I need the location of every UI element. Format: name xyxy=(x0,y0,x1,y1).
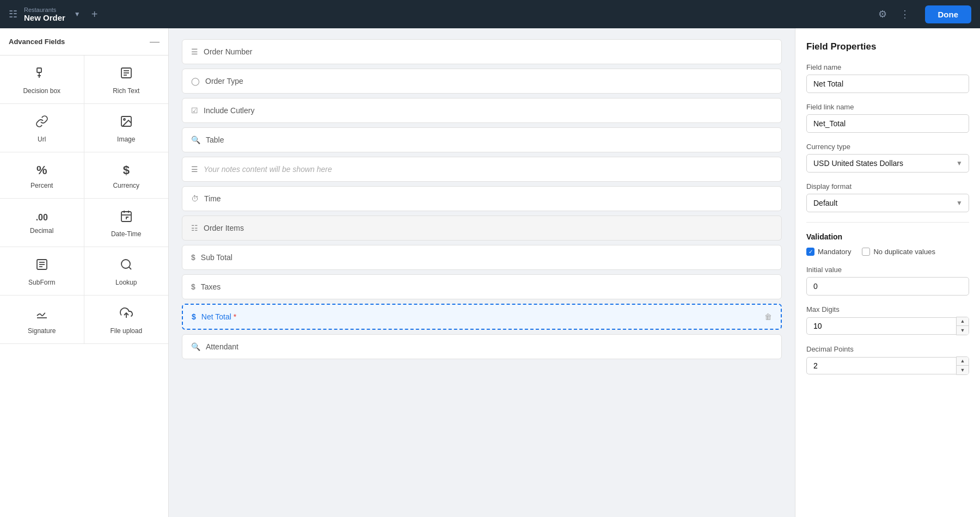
field-taxes[interactable]: $ Taxes xyxy=(182,274,782,299)
no-duplicate-label: No duplicate values xyxy=(873,248,935,256)
no-duplicate-checkbox[interactable] xyxy=(862,248,870,256)
notes-icon: ☰ xyxy=(191,165,198,174)
max-digits-label: Max Digits xyxy=(806,305,969,313)
sidebar-collapse-icon[interactable]: — xyxy=(150,36,160,47)
sidebar-item-datetime[interactable]: Date-Time xyxy=(84,199,169,247)
panel-divider xyxy=(806,222,969,223)
attendant-label: Attendant xyxy=(206,342,773,351)
sidebar-item-rich-text[interactable]: Rich Text xyxy=(84,56,169,104)
field-include-cutlery[interactable]: ☑ Include Cutlery xyxy=(182,98,782,123)
decimal-points-spinner: ▲ ▼ xyxy=(806,356,969,375)
table-search-icon: 🔍 xyxy=(191,136,200,144)
sidebar-header-title: Advanced Fields xyxy=(9,38,65,46)
field-time[interactable]: ⏱ Time xyxy=(182,186,782,211)
subform-icon xyxy=(35,258,48,274)
net-total-icon: $ xyxy=(192,312,196,321)
section-order-items[interactable]: ☷ Order Items xyxy=(182,216,782,241)
validation-checks: Mandatory No duplicate values xyxy=(806,248,969,256)
field-notes[interactable]: ☰ Your notes content will be shown here xyxy=(182,157,782,182)
decimal-label: Decimal xyxy=(30,227,53,235)
field-attendant[interactable]: 🔍 Attendant xyxy=(182,334,782,359)
rich-text-label: Rich Text xyxy=(113,87,139,95)
mandatory-checkbox[interactable] xyxy=(806,248,814,256)
mandatory-label: Mandatory xyxy=(818,248,851,256)
field-link-name-group: Field link name xyxy=(806,103,969,133)
datetime-label: Date-Time xyxy=(111,230,142,238)
svg-rect-9 xyxy=(121,212,131,221)
more-options-icon[interactable]: ⋮ xyxy=(900,8,910,20)
table-label: Table xyxy=(206,136,773,144)
currency-type-group: Currency type USD United States Dollars … xyxy=(806,143,969,173)
sidebar-header: Advanced Fields — xyxy=(0,28,168,56)
sidebar-item-lookup[interactable]: Lookup xyxy=(84,247,169,296)
sidebar: Advanced Fields — Decision box Rich Text xyxy=(0,28,169,517)
currency-label: Currency xyxy=(113,182,139,189)
initial-value-label: Initial value xyxy=(806,266,969,274)
taxes-label: Taxes xyxy=(201,282,773,291)
decimal-points-up-button[interactable]: ▲ xyxy=(957,357,969,366)
decision-box-label: Decision box xyxy=(23,87,60,95)
topbar-add-icon[interactable]: + xyxy=(91,8,98,21)
sub-total-label: Sub Total xyxy=(201,253,773,262)
settings-icon[interactable]: ⚙ xyxy=(878,8,887,20)
field-name-label: Field name xyxy=(806,63,969,71)
sidebar-item-percent[interactable]: % Percent xyxy=(0,152,84,199)
url-label: Url xyxy=(38,136,46,143)
image-label: Image xyxy=(117,136,135,143)
field-link-name-label: Field link name xyxy=(806,103,969,111)
decimal-points-group: Decimal Points ▲ ▼ xyxy=(806,345,969,375)
decimal-points-spinner-buttons: ▲ ▼ xyxy=(956,356,969,375)
max-digits-down-button[interactable]: ▼ xyxy=(957,326,969,335)
lookup-icon xyxy=(120,258,133,274)
datetime-icon xyxy=(120,210,133,226)
order-type-icon: ◯ xyxy=(191,77,200,85)
sidebar-item-image[interactable]: Image xyxy=(84,104,169,152)
currency-type-select[interactable]: USD United States Dollars EUR Euro GBP B… xyxy=(806,154,969,173)
include-cutlery-icon: ☑ xyxy=(191,106,198,115)
app-icon: ☷ xyxy=(9,8,17,20)
signature-icon xyxy=(35,306,48,323)
section-icon: ☷ xyxy=(191,224,198,232)
field-sub-total[interactable]: $ Sub Total xyxy=(182,245,782,270)
field-net-total[interactable]: $ Net Total * 🗑 xyxy=(182,304,782,330)
sidebar-item-decision-box[interactable]: Decision box xyxy=(0,56,84,104)
sidebar-item-fileupload[interactable]: File upload xyxy=(84,296,169,344)
main-layout: Advanced Fields — Decision box Rich Text xyxy=(0,28,980,517)
max-digits-spinner: ▲ ▼ xyxy=(806,317,969,335)
max-digits-up-button[interactable]: ▲ xyxy=(957,317,969,326)
svg-point-8 xyxy=(124,119,125,120)
order-type-label: Order Type xyxy=(205,77,773,85)
fileupload-icon xyxy=(120,306,133,323)
svg-point-17 xyxy=(121,260,130,268)
right-panel: Field Properties Field name Field link n… xyxy=(795,28,980,517)
mandatory-check[interactable]: Mandatory xyxy=(806,248,851,256)
initial-value-input[interactable] xyxy=(806,277,969,296)
decimal-points-down-button[interactable]: ▼ xyxy=(957,366,969,374)
lookup-label: Lookup xyxy=(115,279,137,286)
sidebar-item-signature[interactable]: Signature xyxy=(0,296,84,344)
decimal-points-input[interactable] xyxy=(806,357,956,374)
field-name-group: Field name xyxy=(806,63,969,93)
field-table[interactable]: 🔍 Table xyxy=(182,127,782,152)
sidebar-item-currency[interactable]: $ Currency xyxy=(84,152,169,199)
net-total-delete-icon[interactable]: 🗑 xyxy=(764,312,772,321)
field-name-input[interactable] xyxy=(806,75,969,93)
display-format-label: Display format xyxy=(806,182,969,190)
display-format-select[interactable]: Default Custom xyxy=(806,194,969,212)
field-link-name-input[interactable] xyxy=(806,114,969,133)
decision-box-icon xyxy=(35,66,48,83)
initial-value-group: Initial value xyxy=(806,266,969,296)
no-duplicate-check[interactable]: No duplicate values xyxy=(862,248,935,256)
sidebar-item-decimal[interactable]: .00 Decimal xyxy=(0,199,84,247)
topbar-chevron-icon[interactable]: ▼ xyxy=(74,10,81,18)
sidebar-item-url[interactable]: Url xyxy=(0,104,84,152)
topbar: ☷ Restaurants New Order ▼ + ⚙ ⋮ Done xyxy=(0,0,980,28)
field-order-number[interactable]: ☰ Order Number xyxy=(182,39,782,64)
done-button[interactable]: Done xyxy=(925,5,972,23)
notes-label: Your notes content will be shown here xyxy=(204,165,773,174)
field-order-type[interactable]: ◯ Order Type xyxy=(182,69,782,94)
max-digits-input[interactable] xyxy=(806,317,956,335)
sidebar-item-subform[interactable]: SubForm xyxy=(0,247,84,296)
taxes-icon: $ xyxy=(191,282,195,291)
fileupload-label: File upload xyxy=(110,327,142,335)
